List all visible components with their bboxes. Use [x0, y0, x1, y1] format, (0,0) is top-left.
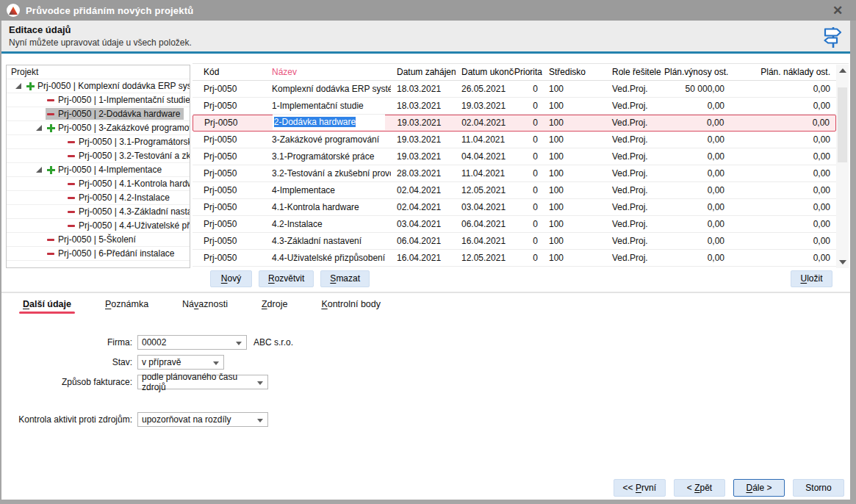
stav-combo[interactable]: v přípravě — [137, 355, 224, 370]
column-header[interactable]: Datum ukončení — [456, 64, 514, 81]
column-header[interactable]: Plán.výnosy ost. — [664, 64, 729, 81]
column-header[interactable]: Plán. náklady ost. — [729, 64, 836, 81]
expander-icon[interactable] — [36, 167, 42, 173]
table-cell: Prj-0050 — [193, 115, 267, 132]
tree-item[interactable]: Prj-0050 | 3-Zakázkové programování — [7, 121, 190, 135]
table-cell: 0 — [514, 250, 542, 267]
table-cell: 0,00 — [729, 233, 836, 250]
expander-icon[interactable] — [36, 125, 42, 131]
column-header[interactable]: Název — [266, 64, 391, 81]
wizard-button-row: << První< ZpětDále >Storno — [614, 479, 844, 497]
tree-item-label: Prj-0050 | 4-Implementace — [58, 165, 162, 175]
table-row[interactable]: Prj-00502-Dodávka hardware19.03.202102.0… — [193, 115, 836, 132]
firma-value: 00002 — [142, 337, 166, 348]
new-button[interactable]: Nový — [210, 270, 252, 287]
minus-icon — [47, 110, 55, 118]
branch-button[interactable]: Rozvětvit — [259, 270, 314, 287]
tab-navaznosti[interactable]: Návaznosti — [181, 297, 229, 314]
table-cell: 04.04.2021 — [456, 148, 514, 165]
tree-item[interactable]: Prj-0050 | Komplexní dodávka ERP syst... — [7, 79, 190, 93]
next-button[interactable]: Dále > — [733, 479, 785, 497]
dropdown-arrow-icon — [236, 342, 242, 345]
projects-table-body: KódNázevDatum zahájeníDatum ukončeníPrio… — [193, 64, 836, 268]
expander-icon[interactable] — [15, 83, 21, 89]
column-header[interactable]: Kód — [193, 64, 266, 81]
back-button[interactable]: < Zpět — [674, 479, 725, 497]
table-row[interactable]: Prj-00501-Implementační studie18.03.2021… — [193, 98, 836, 115]
tab-kontrolni-body[interactable]: Kontrolní body — [320, 297, 381, 314]
table-cell: Ved.Proj. — [605, 165, 664, 182]
expander-slot — [36, 167, 46, 173]
table-cell: 0,00 — [729, 81, 836, 98]
table-row[interactable]: Prj-00503.1-Programátorské práce19.03.20… — [193, 148, 836, 165]
fakturace-combo[interactable]: podle plánovaného času zdrojů — [137, 375, 268, 389]
table-cell: 0,00 — [729, 216, 836, 233]
table-cell: 03.04.2021 — [391, 216, 456, 233]
table-cell: 16.04.2021 — [391, 250, 456, 267]
table-cell: 50 000,00 — [664, 81, 729, 98]
table-cell: Prj-0050 — [193, 81, 266, 98]
first-button[interactable]: << První — [614, 479, 666, 497]
tree-item[interactable]: Prj-0050 | 4.1-Kontrola hardware — [7, 177, 190, 191]
table-row[interactable]: Prj-00504.4-Uživatelské přizpůsobení16.0… — [193, 250, 836, 267]
tree-item[interactable]: Prj-0050 | 4.4-Uživatelské přizp... — [7, 219, 190, 233]
fakturace-value: podle plánovaného času zdrojů — [142, 372, 253, 392]
table-row[interactable]: Prj-00504.3-Základní nastavení06.04.2021… — [193, 233, 836, 250]
table-row[interactable]: Prj-00503-Zakázkové programování19.03.20… — [193, 132, 836, 148]
scrollbar-thumb[interactable] — [838, 87, 847, 162]
table-cell: Ved.Proj. — [605, 182, 664, 199]
table-row[interactable]: Prj-00504-Implementace02.04.202112.05.20… — [193, 182, 836, 199]
firma-combo[interactable]: 00002 — [137, 335, 247, 350]
table-scrollbar[interactable] — [836, 65, 849, 268]
table-cell: 0,00 — [664, 115, 729, 132]
tree-item-label: Prj-0050 | 3.1-Programátorské ... — [79, 137, 190, 147]
column-header[interactable]: Priorita — [514, 64, 542, 81]
table-cell: 28.03.2021 — [391, 165, 456, 182]
table-row[interactable]: Prj-0050Komplexní dodávka ERP systému18.… — [193, 81, 836, 98]
table-row[interactable]: Prj-00504.2-Instalace03.04.202106.04.202… — [193, 216, 836, 233]
selected-text: 2-Dodávka hardware — [274, 117, 356, 127]
kontrola-combo[interactable]: upozorňovat na rozdíly — [137, 412, 268, 427]
tree-item[interactable]: Prj-0050 | 3.2-Testování a zkuš... — [7, 149, 190, 163]
scroll-down-button[interactable] — [836, 256, 849, 268]
tree-item[interactable]: Prj-0050 | 6-Předání instalace — [7, 247, 190, 261]
tab-dalsi-udaje[interactable]: Další údaje — [22, 297, 72, 314]
scroll-up-button[interactable] — [836, 65, 849, 76]
column-header[interactable]: Role řešitele — [605, 64, 664, 81]
table-cell: 02.04.2021 — [391, 182, 456, 199]
column-header[interactable]: Středisko — [542, 64, 605, 81]
table-row[interactable]: Prj-00503.2-Testování a zkušební provoz2… — [193, 165, 836, 182]
table-row[interactable]: Prj-00504.1-Kontrola hardware02.04.20210… — [193, 199, 836, 216]
name-edit-cell[interactable]: 2-Dodávka hardware — [273, 115, 386, 130]
plus-icon — [47, 166, 55, 174]
tree-item[interactable]: Prj-0050 | 4-Implementace — [7, 163, 190, 177]
tree-item[interactable]: Prj-0050 | 4.2-Instalace — [7, 191, 190, 205]
table-cell: 19.03.2021 — [391, 132, 456, 148]
table-cell: Ved.Proj. — [605, 115, 664, 132]
tree-item[interactable]: Prj-0050 | 4.3-Základní nastavení — [7, 205, 190, 219]
tab-poznamka[interactable]: Poznámka — [104, 297, 149, 314]
tree-item[interactable]: Prj-0050 | 5-Školení — [7, 233, 190, 247]
table-cell: Ved.Proj. — [605, 81, 664, 98]
table-cell: Ved.Proj. — [605, 250, 664, 267]
save-button[interactable]: Uložit — [791, 270, 832, 287]
tree-root[interactable]: Projekt — [7, 65, 190, 79]
table-cell: 16.04.2021 — [456, 233, 514, 250]
tree-item[interactable]: Prj-0050 | 3.1-Programátorské ... — [7, 135, 190, 149]
window-border-left — [0, 21, 1, 504]
column-header[interactable]: Datum zahájení — [391, 64, 456, 81]
tree-node: Prj-0050 | 1-Implementační studie — [46, 94, 190, 106]
delete-button[interactable]: Smazat — [320, 270, 370, 287]
table-cell: 100 — [542, 98, 605, 115]
tree-node: Prj-0050 | 2-Dodávka hardware — [46, 108, 184, 120]
table-cell: 4.1-Kontrola hardware — [266, 199, 391, 216]
cancel-button[interactable]: Storno — [793, 479, 844, 497]
close-button[interactable]: ✕ — [827, 0, 849, 21]
tree-item[interactable]: Prj-0050 | 2-Dodávka hardware — [7, 107, 190, 121]
tab-zdroje[interactable]: Zdroje — [261, 297, 288, 314]
tree-item[interactable]: Prj-0050 | 1-Implementační studie — [7, 93, 190, 107]
fakturace-label: Způsob fakturace: — [7, 377, 132, 387]
table-cell: Prj-0050 — [193, 233, 266, 250]
table-cell: Ved.Proj. — [605, 98, 664, 115]
tree-node: Prj-0050 | 6-Předání instalace — [46, 248, 178, 259]
